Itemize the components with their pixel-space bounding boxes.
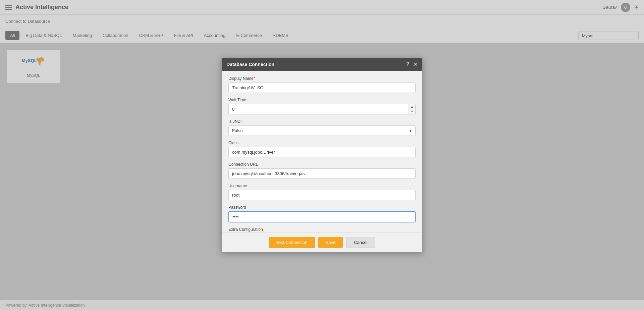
modal-header: Database Connection ? ✕ (222, 58, 422, 71)
display-name-group: Display Name* (228, 76, 416, 93)
connection-url-label: Connection URL (228, 162, 416, 167)
wait-time-input[interactable] (228, 104, 416, 114)
is-jndi-select[interactable]: False True (228, 125, 416, 136)
spinner-buttons: ▲ ▼ (409, 104, 415, 114)
class-label: Class (228, 141, 416, 145)
connection-url-group: Connection URL (228, 162, 416, 179)
display-name-input[interactable] (228, 83, 416, 93)
username-input[interactable] (228, 190, 416, 200)
wait-time-label: Wait Time (228, 98, 416, 102)
modal-body: Display Name* Wait Time ▲ ▼ Is JNDI (222, 71, 422, 232)
modal-header-actions: ? ✕ (406, 62, 418, 67)
username-label: Username (228, 184, 416, 188)
spinner-up-button[interactable]: ▲ (409, 104, 415, 109)
modal-footer: Test Connection Save Cancel (222, 232, 422, 252)
modal-close-button[interactable]: ✕ (413, 62, 418, 67)
wait-time-spinner-wrap: ▲ ▼ (228, 104, 416, 114)
is-jndi-group: Is JNDI False True (228, 119, 416, 136)
password-label: Password (228, 205, 416, 210)
password-group: Password (228, 205, 416, 222)
test-connection-button[interactable]: Test Connection (269, 237, 315, 248)
wait-time-group: Wait Time ▲ ▼ (228, 98, 416, 114)
extra-config-label: Extra Configuration (228, 227, 416, 232)
modal-help-button[interactable]: ? (406, 62, 409, 67)
class-group: Class (228, 141, 416, 157)
save-button[interactable]: Save (318, 237, 343, 248)
modal-title: Database Connection (226, 62, 406, 67)
password-input[interactable] (228, 211, 416, 222)
is-jndi-select-wrap: False True (228, 125, 416, 136)
modal-overlay: Database Connection ? ✕ Display Name* Wa… (0, 0, 644, 310)
cancel-button[interactable]: Cancel (346, 237, 375, 248)
spinner-down-button[interactable]: ▼ (409, 109, 415, 114)
extra-config-group: Extra Configuration {} (228, 227, 416, 232)
database-connection-modal: Database Connection ? ✕ Display Name* Wa… (221, 58, 423, 252)
is-jndi-label: Is JNDI (228, 119, 416, 124)
username-group: Username (228, 184, 416, 200)
display-name-label: Display Name* (228, 76, 416, 81)
connection-url-input[interactable] (228, 168, 416, 179)
class-input[interactable] (228, 147, 416, 157)
